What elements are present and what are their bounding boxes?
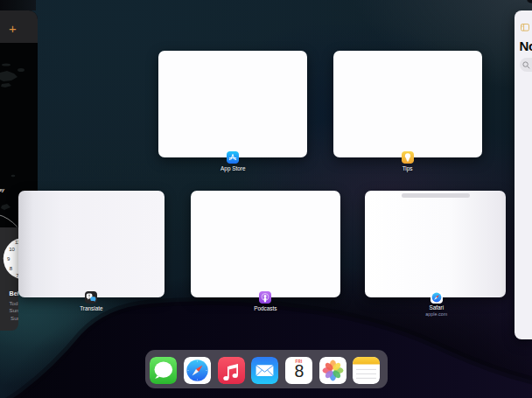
svg-text:10: 10 (9, 247, 15, 252)
svg-text:ey: ey (0, 187, 5, 192)
